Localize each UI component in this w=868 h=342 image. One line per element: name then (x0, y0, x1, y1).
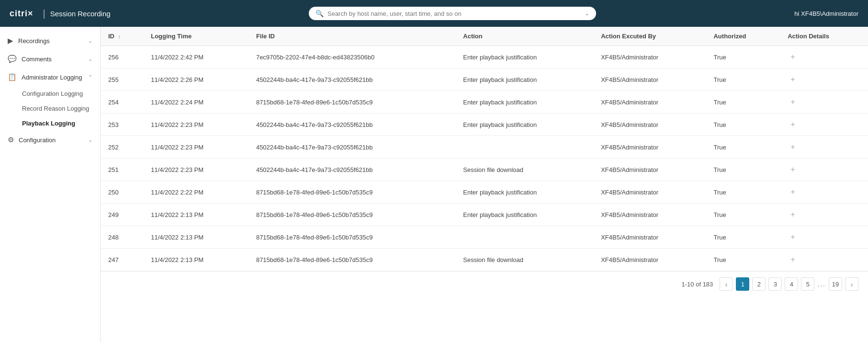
table-header-row: ID ↕ Logging Time File ID Action Action … (101, 27, 868, 46)
cell-action-executed-by: XF4B5/Administrator (593, 204, 706, 226)
action-details-button[interactable]: + (788, 142, 798, 152)
search-icon: 🔍 (316, 10, 324, 17)
cell-authorized: True (706, 249, 780, 271)
sidebar-item-configuration[interactable]: ⚙ Configuration ⌄ (0, 131, 100, 149)
action-details-button[interactable]: + (788, 187, 798, 197)
cell-action-executed-by: XF4B5/Administrator (593, 91, 706, 114)
cell-action (455, 136, 593, 159)
pagination-bar: 1-10 of 183 ‹ 1 2 3 4 5 ... 19 › (101, 271, 868, 296)
cell-authorized: True (706, 226, 780, 249)
cell-action-executed-by: XF4B5/Administrator (593, 181, 706, 204)
cell-action-details[interactable]: + (780, 249, 868, 271)
cell-action-executed-by: XF4B5/Administrator (593, 249, 706, 271)
cell-action-details[interactable]: + (780, 68, 868, 91)
app-title: Session Recording (50, 10, 111, 18)
action-details-button[interactable]: + (788, 164, 798, 175)
pagination-dots: ... (817, 280, 826, 288)
recordings-chevron-icon: ⌄ (88, 38, 92, 44)
cell-file-id: 4502244b-ba4c-417e-9a73-c92055f621bb (248, 159, 455, 181)
page-2-button[interactable]: 2 (752, 277, 766, 291)
table-row: 255 11/4/2022 2:26 PM 4502244b-ba4c-417e… (101, 68, 868, 91)
sidebar-item-recordings[interactable]: ▶ Recordings ⌄ (0, 32, 100, 50)
logo-divider: | (43, 8, 45, 19)
search-chevron-icon[interactable]: ⌄ (585, 10, 589, 17)
admin-logging-icon: 📋 (8, 73, 17, 81)
search-input[interactable] (327, 10, 585, 17)
table-row: 247 11/4/2022 2:13 PM 8715bd68-1e78-4fed… (101, 249, 868, 271)
cell-action-details[interactable]: + (780, 114, 868, 136)
col-action: Action (455, 27, 593, 46)
prev-page-button[interactable]: ‹ (720, 277, 733, 291)
cell-authorized: True (706, 181, 780, 204)
col-file-id: File ID (248, 27, 455, 46)
table-row: 249 11/4/2022 2:13 PM 8715bd68-1e78-4fed… (101, 204, 868, 226)
cell-action-details[interactable]: + (780, 159, 868, 181)
action-details-button[interactable]: + (788, 254, 798, 265)
cell-file-id: 8715bd68-1e78-4fed-89e6-1c50b7d535c9 (248, 226, 455, 249)
action-details-button[interactable]: + (788, 209, 798, 220)
cell-action-executed-by: XF4B5/Administrator (593, 159, 706, 181)
sidebar-item-playback-logging[interactable]: Playback Logging (14, 116, 100, 131)
next-page-button[interactable]: › (845, 277, 858, 291)
comments-icon: 💬 (8, 55, 17, 63)
cell-action-details[interactable]: + (780, 204, 868, 226)
action-details-button[interactable]: + (788, 97, 798, 107)
cell-logging-time: 11/4/2022 2:23 PM (143, 136, 248, 159)
action-details-button[interactable]: + (788, 74, 798, 85)
cell-action-details[interactable]: + (780, 226, 868, 249)
cell-logging-time: 11/4/2022 2:26 PM (143, 68, 248, 91)
cell-id: 247 (101, 249, 143, 271)
cell-id: 255 (101, 68, 143, 91)
configuration-icon: ⚙ (8, 136, 14, 144)
citrix-logo: citri× (10, 9, 34, 19)
cell-action: Session file download (455, 159, 593, 181)
recordings-icon: ▶ (8, 36, 13, 45)
cell-logging-time: 11/4/2022 2:13 PM (143, 249, 248, 271)
playback-logging-table: ID ↕ Logging Time File ID Action Action … (101, 27, 868, 271)
cell-action (455, 226, 593, 249)
col-action-details: Action Details (780, 27, 868, 46)
sidebar-admin-logging-label: Administrator Logging (22, 74, 88, 81)
action-details-button[interactable]: + (788, 52, 798, 62)
comments-chevron-icon: ⌄ (88, 56, 92, 62)
col-logging-time: Logging Time (143, 27, 248, 46)
admin-logging-submenu: Configuration Logging Record Reason Logg… (0, 86, 100, 131)
sidebar-item-record-reason-logging[interactable]: Record Reason Logging (14, 101, 100, 116)
page-5-button[interactable]: 5 (801, 277, 814, 291)
action-details-button[interactable]: + (788, 119, 798, 130)
cell-authorized: True (706, 46, 780, 68)
pagination-info: 1-10 of 183 (682, 281, 713, 288)
cell-logging-time: 11/4/2022 2:13 PM (143, 226, 248, 249)
configuration-chevron-icon: ⌄ (88, 137, 92, 143)
col-action-executed-by: Action Excuted By (593, 27, 706, 46)
cell-action: Enter playback justification (455, 204, 593, 226)
sidebar-recordings-label: Recordings (18, 37, 88, 45)
sidebar-item-config-logging[interactable]: Configuration Logging (14, 86, 100, 101)
action-details-button[interactable]: + (788, 232, 798, 242)
table-row: 253 11/4/2022 2:23 PM 4502244b-ba4c-417e… (101, 114, 868, 136)
cell-id: 250 (101, 181, 143, 204)
cell-action-details[interactable]: + (780, 91, 868, 114)
cell-authorized: True (706, 136, 780, 159)
cell-id: 249 (101, 204, 143, 226)
cell-action-details[interactable]: + (780, 46, 868, 68)
cell-action-details[interactable]: + (780, 181, 868, 204)
sidebar-item-admin-logging[interactable]: 📋 Administrator Logging ⌃ (0, 68, 100, 86)
cell-authorized: True (706, 91, 780, 114)
sidebar-item-comments[interactable]: 💬 Comments ⌄ (0, 50, 100, 68)
cell-authorized: True (706, 114, 780, 136)
sidebar-configuration-label: Configuration (19, 137, 88, 144)
cell-logging-time: 11/4/2022 2:23 PM (143, 114, 248, 136)
page-4-button[interactable]: 4 (785, 277, 798, 291)
cell-file-id: 8715bd68-1e78-4fed-89e6-1c50b7d535c9 (248, 91, 455, 114)
last-page-button[interactable]: 19 (829, 277, 842, 291)
user-info: hi XF4B5\Administrator (794, 10, 858, 17)
page-3-button[interactable]: 3 (768, 277, 782, 291)
cell-action-executed-by: XF4B5/Administrator (593, 68, 706, 91)
cell-authorized: True (706, 204, 780, 226)
search-wrapper[interactable]: 🔍 ⌄ (309, 7, 596, 20)
cell-action-details[interactable]: + (780, 136, 868, 159)
page-1-button[interactable]: 1 (736, 277, 749, 291)
col-id[interactable]: ID ↕ (101, 27, 143, 46)
cell-file-id: 8715bd68-1e78-4fed-89e6-1c50b7d535c9 (248, 204, 455, 226)
